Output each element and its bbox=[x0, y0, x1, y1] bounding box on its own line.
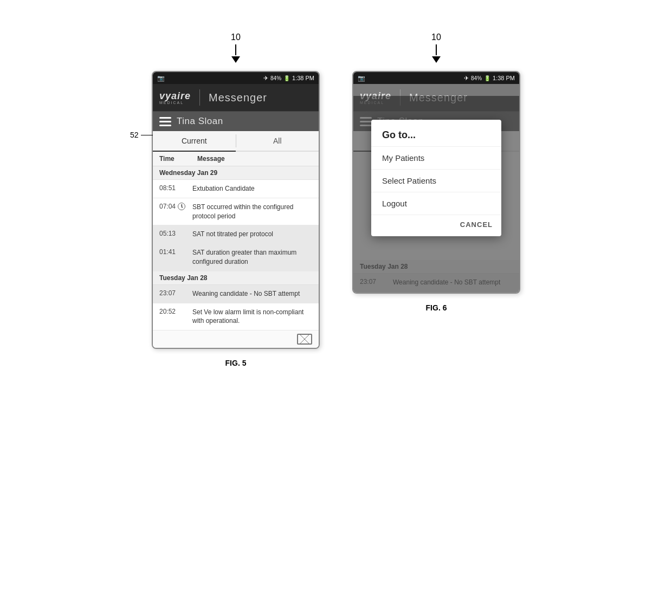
fig6-arrow-line bbox=[436, 44, 437, 55]
fig6-time-display: 1:38 PM bbox=[493, 75, 515, 81]
date-row-tue: Tuesday Jan 28 bbox=[153, 271, 319, 285]
fig6-phone-inner: 📷 ✈ 84% 🔋 1:38 PM bbox=[353, 72, 519, 293]
col-time-header: Time bbox=[159, 155, 197, 163]
msg-time-2307: 23:07 bbox=[159, 289, 189, 297]
fig6-ref-label: 10 bbox=[431, 33, 441, 63]
fig5-app-title: Messenger bbox=[209, 92, 267, 104]
msg-time-0704: 07:04 bbox=[159, 203, 189, 210]
fig6-dialog-box: Go to... My Patients Select Patients Log… bbox=[371, 120, 501, 236]
msg-row-2307[interactable]: 23:07 Weaning candidate - No SBT attempt bbox=[153, 285, 319, 303]
time-0704-text: 07:04 bbox=[159, 203, 176, 210]
fig6-dialog-overlay: Go to... My Patients Select Patients Log… bbox=[353, 96, 519, 293]
msg-text-0141: SAT duration greater than maximum config… bbox=[192, 248, 312, 267]
hamburger-line-3 bbox=[159, 125, 171, 126]
clock-icon bbox=[178, 203, 185, 210]
fig5-status-right: ✈ 84% 🔋 1:38 PM bbox=[263, 75, 314, 82]
msg-time-2052: 20:52 bbox=[159, 308, 189, 315]
figures-row: 10 52 bbox=[152, 33, 520, 367]
fig6-arrow-down bbox=[432, 56, 441, 63]
fig6-airplane-icon: ✈ bbox=[464, 75, 469, 82]
fig5-logo: vyaire bbox=[159, 90, 191, 101]
fig5-phone-inner: 📷 ✈ 84% 🔋 1:38 PM bbox=[153, 72, 319, 348]
fig5-label: FIG. 5 bbox=[225, 359, 247, 367]
dialog-cancel-row: CANCEL bbox=[371, 215, 501, 236]
fig5-header-divider bbox=[199, 89, 200, 106]
msg-time-0141: 01:41 bbox=[159, 248, 189, 256]
msg-row-0513[interactable]: 05:13 SAT not titrated per protocol bbox=[153, 225, 319, 244]
fig5-arrow-line bbox=[235, 44, 236, 55]
battery-pct: 84% bbox=[270, 75, 281, 81]
msg-row-0704[interactable]: 07:04 SBT occurred within the configured… bbox=[153, 198, 319, 226]
tab-current[interactable]: Current bbox=[153, 131, 236, 152]
msg-text-2052: Set Ve low alarm limit is non-compliant … bbox=[192, 308, 312, 326]
fig5-status-bar: 📷 ✈ 84% 🔋 1:38 PM bbox=[153, 72, 319, 84]
msg-row-0851[interactable]: 08:51 Extubation Candidate bbox=[153, 180, 319, 198]
dialog-title: Go to... bbox=[371, 120, 501, 146]
fig6-ref-number: 10 bbox=[431, 33, 441, 42]
fig6-label: FIG. 6 bbox=[426, 303, 447, 312]
airplane-icon: ✈ bbox=[263, 75, 268, 82]
photo-icon: 📷 bbox=[157, 75, 165, 82]
msg-text-0704: SBT occurred within the configured proto… bbox=[192, 203, 312, 221]
battery-icon: 🔋 bbox=[283, 75, 290, 81]
msg-time-0513: 05:13 bbox=[159, 230, 189, 237]
fig5-table-header: Time Message bbox=[153, 152, 319, 166]
fig6-battery-pct: 84% bbox=[471, 75, 482, 81]
fig5-arrow-down bbox=[231, 56, 240, 63]
fig5-tabs-bar: Current All bbox=[153, 131, 319, 152]
msg-text-0513: SAT not titrated per protocol bbox=[192, 230, 312, 239]
dialog-item-select-patients[interactable]: Select Patients bbox=[371, 169, 501, 192]
col-message-header: Message bbox=[197, 155, 312, 163]
time-display: 1:38 PM bbox=[292, 75, 314, 81]
msg-row-2052[interactable]: 20:52 Set Ve low alarm limit is non-comp… bbox=[153, 303, 319, 331]
msg-time-0851: 08:51 bbox=[159, 184, 189, 192]
fig5-logo-container: vyaire MEDICAL bbox=[159, 90, 191, 105]
page-container: 10 52 bbox=[0, 0, 672, 378]
tab-all[interactable]: All bbox=[236, 131, 319, 152]
msg-text-0851: Extubation Candidate bbox=[192, 184, 312, 193]
fig6-status-right: ✈ 84% 🔋 1:38 PM bbox=[464, 75, 515, 82]
msg-row-0141[interactable]: 01:41 SAT duration greater than maximum … bbox=[153, 244, 319, 271]
fig5-phone: 📷 ✈ 84% 🔋 1:38 PM bbox=[152, 71, 320, 349]
fig5-messages-area: Time Message Wednesday Jan 29 08:51 Extu… bbox=[153, 152, 319, 330]
fig6-wrapper: 10 📷 ✈ 84% 🔋 1:38 bbox=[352, 33, 520, 312]
dialog-cancel-button[interactable]: CANCEL bbox=[460, 221, 493, 229]
fig5-status-left: 📷 bbox=[157, 75, 165, 82]
fig6-phone: 📷 ✈ 84% 🔋 1:38 PM bbox=[352, 71, 520, 294]
fig5-user-name: Tina Sloan bbox=[177, 116, 223, 127]
fig6-status-left: 📷 bbox=[358, 75, 365, 82]
fig5-ref-number: 10 bbox=[231, 33, 241, 42]
dialog-item-logout[interactable]: Logout bbox=[371, 192, 501, 215]
hamburger-line-1 bbox=[159, 117, 171, 119]
fig5-user-bar: Tina Sloan bbox=[153, 112, 319, 131]
fig6-status-bar: 📷 ✈ 84% 🔋 1:38 PM bbox=[353, 72, 519, 84]
clock-hand-minute bbox=[182, 206, 183, 208]
email-icon-container bbox=[153, 330, 319, 348]
fig5-logo-sub: MEDICAL bbox=[159, 101, 191, 105]
fig5-app-header: vyaire MEDICAL Messenger bbox=[153, 84, 319, 112]
fig5-wrapper: 10 52 bbox=[152, 33, 320, 367]
fig5-hamburger-button[interactable] bbox=[159, 117, 171, 126]
email-icon[interactable] bbox=[297, 334, 312, 345]
msg-text-2307: Weaning candidate - No SBT attempt bbox=[192, 289, 312, 299]
hamburger-line-2 bbox=[159, 121, 171, 122]
fig5-ref-label: 10 bbox=[231, 33, 241, 63]
sidebar-ref-number: 52 bbox=[130, 131, 139, 139]
fig6-photo-icon: 📷 bbox=[358, 75, 365, 82]
dialog-item-my-patients[interactable]: My Patients bbox=[371, 146, 501, 169]
date-row-wed: Wednesday Jan 29 bbox=[153, 166, 319, 180]
fig6-battery-icon: 🔋 bbox=[484, 75, 490, 81]
